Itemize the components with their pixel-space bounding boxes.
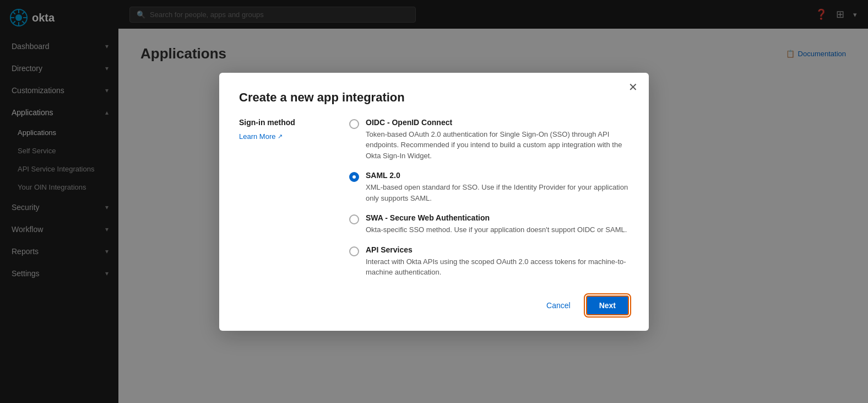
main-area: 🔍 ❓ ⊞ ▾ Applications 📋 Documentation ✕ C… [118, 0, 868, 403]
options-col: OIDC - OpenID Connect Token-based OAuth … [349, 118, 629, 278]
sign-in-method-col: Sign-in method Learn More ↗ [239, 118, 327, 278]
next-button[interactable]: Next [586, 295, 629, 315]
option-title-saml2: SAML 2.0 [366, 171, 629, 180]
option-content-oidc: OIDC - OpenID Connect Token-based OAuth … [366, 118, 629, 162]
option-title-swa: SWA - Secure Web Authentication [366, 213, 627, 222]
option-desc-oidc: Token-based OAuth 2.0 authentication for… [366, 129, 629, 162]
option-content-swa: SWA - Secure Web Authentication Okta-spe… [366, 213, 627, 235]
radio-option-swa[interactable]: SWA - Secure Web Authentication Okta-spe… [349, 213, 629, 235]
learn-more-text: Learn More [239, 132, 275, 141]
dialog-close-button[interactable]: ✕ [628, 82, 638, 93]
cancel-button[interactable]: Cancel [538, 297, 579, 314]
dialog-body: Sign-in method Learn More ↗ OIDC - OpenI… [239, 118, 629, 278]
option-title-api-services: API Services [366, 245, 629, 254]
option-desc-api-services: Interact with Okta APIs using the scoped… [366, 256, 629, 278]
dialog-footer: Cancel Next [239, 295, 629, 315]
option-title-oidc: OIDC - OpenID Connect [366, 118, 629, 127]
option-content-api-services: API Services Interact with Okta APIs usi… [366, 245, 629, 278]
sign-in-method-label: Sign-in method [239, 118, 327, 127]
option-desc-saml2: XML-based open standard for SSO. Use if … [366, 182, 629, 203]
radio-option-oidc[interactable]: OIDC - OpenID Connect Token-based OAuth … [349, 118, 629, 162]
dialog-title: Create a new app integration [239, 90, 629, 105]
radio-option-api-services[interactable]: API Services Interact with Okta APIs usi… [349, 245, 629, 278]
radio-btn-api-services[interactable] [349, 246, 359, 256]
radio-btn-saml2[interactable] [349, 172, 359, 182]
external-link-icon: ↗ [278, 133, 283, 140]
learn-more-link[interactable]: Learn More ↗ [239, 132, 327, 141]
option-content-saml2: SAML 2.0 XML-based open standard for SSO… [366, 171, 629, 203]
option-desc-swa: Okta-specific SSO method. Use if your ap… [366, 224, 627, 235]
radio-option-saml2[interactable]: SAML 2.0 XML-based open standard for SSO… [349, 171, 629, 203]
radio-btn-swa[interactable] [349, 214, 359, 224]
modal-overlay: ✕ Create a new app integration Sign-in m… [0, 0, 868, 403]
dialog: ✕ Create a new app integration Sign-in m… [219, 73, 649, 331]
radio-btn-oidc[interactable] [349, 119, 359, 129]
